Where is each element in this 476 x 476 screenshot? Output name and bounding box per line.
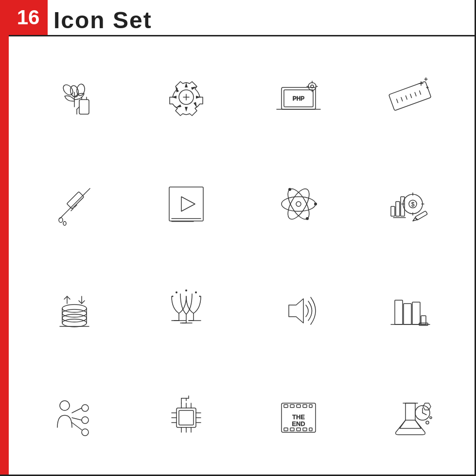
svg-point-92	[82, 417, 88, 424]
celebration-icon	[162, 287, 211, 335]
svg-line-95	[72, 418, 82, 420]
icon-cell-coins-transfer	[18, 257, 130, 364]
svg-rect-98	[179, 410, 194, 425]
icon-grid: PHP	[9, 39, 476, 476]
icon-cell-video-play	[130, 151, 242, 257]
icon-cell-the-end-film: THE END	[243, 364, 354, 471]
svg-point-82	[199, 296, 201, 297]
svg-rect-85	[395, 300, 403, 324]
svg-rect-124	[303, 428, 307, 431]
circuit-chip-icon	[162, 393, 211, 442]
person-network-icon	[50, 393, 99, 442]
title-underline	[9, 35, 476, 36]
settings-plus-icon	[162, 73, 211, 121]
svg-marker-65	[413, 218, 418, 221]
svg-rect-125	[309, 428, 312, 431]
volume-sound-icon	[274, 287, 323, 335]
svg-point-47	[282, 197, 316, 211]
svg-point-41	[63, 221, 66, 225]
badge-number: 16	[17, 6, 40, 29]
svg-line-25	[410, 94, 412, 98]
svg-point-40	[59, 218, 63, 222]
svg-point-50	[314, 203, 317, 205]
svg-point-78	[176, 291, 177, 293]
svg-line-22	[397, 99, 398, 103]
svg-text:PHP: PHP	[292, 95, 304, 102]
icon-cell-eco-plug	[18, 44, 130, 151]
icon-cell-volume-sound	[243, 257, 354, 364]
svg-rect-122	[290, 428, 294, 431]
svg-rect-21	[388, 82, 431, 111]
svg-point-15	[308, 83, 316, 90]
red-sidebar	[0, 0, 9, 476]
svg-point-51	[288, 188, 291, 191]
svg-rect-119	[303, 405, 307, 408]
svg-point-46	[296, 202, 301, 206]
svg-point-52	[306, 217, 309, 220]
ruler-sparkle-icon	[386, 73, 435, 121]
svg-rect-117	[290, 405, 294, 408]
icon-cell-flask-chemistry	[354, 364, 466, 471]
syringe-icon	[50, 180, 99, 228]
svg-point-80	[195, 291, 197, 293]
icon-cell-settings-plus	[130, 44, 242, 151]
svg-rect-86	[404, 304, 411, 324]
icon-cell-celebration	[130, 257, 242, 364]
svg-rect-61	[396, 202, 400, 216]
flask-chemistry-icon	[386, 393, 435, 442]
icon-cell-atom	[243, 151, 354, 257]
svg-text:END: END	[292, 420, 305, 427]
svg-marker-83	[289, 299, 303, 323]
icon-cell-circuit-chip	[130, 364, 242, 471]
number-badge: 16	[9, 0, 48, 35]
svg-text:THE: THE	[292, 413, 305, 421]
svg-point-134	[430, 417, 432, 419]
coins-transfer-icon	[50, 287, 99, 335]
svg-point-67	[62, 314, 87, 322]
svg-line-27	[419, 91, 421, 95]
video-play-icon	[162, 180, 211, 228]
icon-cell-person-network	[18, 364, 130, 471]
page-title: Icon Set	[53, 7, 152, 34]
icon-cell-php-settings: PHP	[243, 44, 354, 151]
svg-marker-132	[423, 403, 431, 410]
svg-rect-3	[79, 100, 89, 114]
svg-line-36	[84, 188, 90, 194]
svg-point-68	[62, 309, 87, 317]
svg-rect-120	[309, 405, 312, 408]
svg-line-23	[401, 98, 403, 102]
svg-rect-123	[297, 428, 300, 431]
svg-point-90	[60, 401, 70, 410]
icon-cell-books-shelf	[354, 257, 466, 364]
svg-point-79	[185, 289, 187, 291]
svg-marker-43	[181, 197, 195, 211]
atom-icon	[274, 180, 323, 228]
svg-line-94	[72, 408, 82, 413]
svg-line-96	[72, 423, 82, 430]
svg-point-1	[61, 83, 75, 97]
svg-line-24	[405, 96, 407, 100]
svg-point-66	[62, 319, 87, 327]
svg-line-131	[423, 413, 426, 415]
business-settings-icon: $	[386, 180, 435, 228]
books-shelf-icon	[386, 287, 435, 335]
php-settings-icon: PHP	[274, 73, 323, 121]
svg-rect-42	[169, 187, 203, 221]
svg-rect-118	[297, 405, 300, 408]
svg-point-133	[426, 421, 429, 424]
svg-point-91	[82, 405, 88, 411]
svg-rect-87	[412, 302, 420, 324]
svg-rect-60	[391, 206, 395, 216]
the-end-film-icon: THE END	[274, 393, 323, 442]
eco-plug-icon	[50, 73, 99, 121]
svg-rect-121	[284, 428, 288, 431]
svg-point-69	[62, 305, 87, 312]
svg-rect-116	[284, 405, 288, 408]
svg-point-93	[82, 429, 88, 436]
icon-cell-syringe	[18, 151, 130, 257]
svg-point-81	[172, 296, 174, 297]
icon-cell-business-settings: $	[354, 151, 466, 257]
icon-cell-ruler-sparkle	[354, 44, 466, 151]
svg-line-26	[415, 92, 416, 96]
svg-text:$: $	[411, 201, 415, 208]
